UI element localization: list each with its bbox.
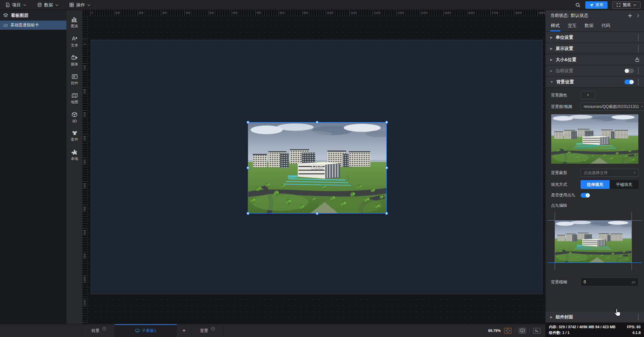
fill-tile-option[interactable]: 平铺填充 xyxy=(610,180,639,189)
ninepatch-guide-bottom[interactable] xyxy=(548,262,642,263)
resize-handle-sw[interactable] xyxy=(246,212,250,215)
lock-icon[interactable] xyxy=(635,57,639,62)
border-toggle[interactable] xyxy=(624,68,634,73)
resize-handle-s[interactable] xyxy=(316,212,319,215)
background-blur-input[interactable]: 0 px xyxy=(581,278,639,286)
ruler-left-label: 1000 xyxy=(83,275,86,285)
ninepatch-toggle[interactable] xyxy=(581,193,590,198)
chevron-right-icon[interactable] xyxy=(637,14,639,18)
add-background-icon[interactable]: + xyxy=(211,327,215,331)
background-media-select[interactable]: resources/QQ截图2023121311 ˅ xyxy=(581,103,644,111)
tool-local[interactable]: 本地 xyxy=(66,149,83,161)
control-panel-icon xyxy=(71,74,78,79)
tool-3d[interactable]: 3D xyxy=(66,112,83,123)
indicator-card-icon: 123 xyxy=(3,24,8,27)
tab-data[interactable]: 数据 xyxy=(585,23,593,31)
background-crop-select[interactable]: 点击选择文件 ˅ xyxy=(581,169,639,177)
tool-map[interactable]: 地图 xyxy=(66,93,83,105)
ninepatch-guide-left[interactable] xyxy=(555,212,555,270)
editor-canvas[interactable]: 0100200300400500600700800900100011001200… xyxy=(83,10,545,324)
ruler-left-label: 600 xyxy=(83,180,86,191)
ruler-top-label: 500 xyxy=(209,11,214,15)
tab-style[interactable]: 样式 xyxy=(551,23,560,31)
resize-handle-nw[interactable] xyxy=(246,121,250,124)
keyboard-icon xyxy=(520,329,525,332)
layers-panel: 看板图层 123 基础普通指标卡 xyxy=(0,10,66,324)
ninepatch-toggle-label: 是否使用点九 xyxy=(551,192,581,198)
ruler-top-label: 1800 xyxy=(515,11,522,15)
resize-handle-se[interactable] xyxy=(385,212,388,215)
tab-interaction[interactable]: 交互 xyxy=(568,23,577,31)
section-size-position[interactable]: ▶ 大小&位置 xyxy=(546,54,644,65)
inspector-panel: 当前状态: 默认状态 样式 交互 数据 代码 ▶ 单位设置 ▶ 展示设置 ▶ 大… xyxy=(545,10,644,337)
indicator-value: 100 xyxy=(248,164,386,171)
add-state-icon[interactable] xyxy=(628,13,632,18)
background-media-label: 背景图/视频 xyxy=(551,104,581,110)
ninepatch-guide-top[interactable] xyxy=(548,220,642,221)
text-icon xyxy=(71,36,78,41)
search-icon[interactable] xyxy=(575,2,581,8)
database-icon xyxy=(37,3,42,7)
tool-charts[interactable]: 图表 xyxy=(66,16,83,29)
ruler-top-label: 900 xyxy=(303,11,308,15)
menu-operations-label: 操作 xyxy=(76,2,85,8)
chevron-down-icon xyxy=(55,4,58,6)
tool-text[interactable]: 文本 xyxy=(66,36,83,48)
components-count-label: 组件数: xyxy=(549,331,561,335)
selected-component[interactable]: 100 xyxy=(248,122,387,214)
section-background-settings[interactable]: ▼ 背景设置 xyxy=(546,77,644,88)
tool-label: 图表 xyxy=(71,24,78,29)
bar-chart-icon xyxy=(71,16,78,22)
section-unit-settings[interactable]: ▶ 单位设置 xyxy=(546,32,644,43)
tool-controls[interactable]: 控件 xyxy=(66,74,83,86)
memory-label: 内存: xyxy=(549,325,558,329)
ruler-top-label: 200 xyxy=(139,11,144,15)
shortcuts-button[interactable] xyxy=(519,328,526,334)
add-dashboard-button[interactable]: + xyxy=(177,324,191,337)
resize-handle-n[interactable] xyxy=(316,121,319,124)
menu-operations[interactable]: 操作 xyxy=(64,0,96,10)
add-foreground-icon[interactable]: + xyxy=(103,327,106,331)
kebab-menu-icon[interactable] xyxy=(637,78,639,86)
menu-project[interactable]: 项目 xyxy=(0,0,32,10)
kebab-menu-icon[interactable] xyxy=(637,313,639,321)
tab-code[interactable]: 代码 xyxy=(602,23,610,31)
puzzle-icon xyxy=(71,149,78,155)
publish-button[interactable]: 发布 xyxy=(585,1,608,9)
ruler-top-label: 1100 xyxy=(350,11,357,15)
tool-kits[interactable]: 套件 xyxy=(66,130,83,142)
background-color-picker[interactable]: ▼ xyxy=(581,91,595,99)
preview-button[interactable]: 预览 xyxy=(612,1,641,9)
ruler-left-label: 500 xyxy=(83,157,86,167)
fit-arrows-icon xyxy=(506,329,510,333)
ruler-top-label: 1700 xyxy=(491,11,498,15)
menu-data[interactable]: 数据 xyxy=(32,0,64,10)
tool-media[interactable]: 媒体 xyxy=(66,55,83,67)
fill-stretch-option[interactable]: 拉伸填充 xyxy=(581,180,610,189)
kebab-menu-icon[interactable] xyxy=(637,34,639,41)
tab-background[interactable]: 背景 + xyxy=(191,324,223,337)
fit-to-screen-button[interactable] xyxy=(504,328,511,334)
tab-foreground[interactable]: 前景 + xyxy=(83,324,115,337)
section-display-settings[interactable]: ▶ 展示设置 xyxy=(546,43,644,54)
section-border-settings[interactable]: ▶ 边框设置 xyxy=(546,65,644,77)
console-button[interactable] xyxy=(533,328,540,334)
ninepatch-guide-right[interactable] xyxy=(632,212,632,270)
background-crop-placeholder: 点击选择文件 xyxy=(584,170,632,176)
fps-value: 60 xyxy=(637,325,641,329)
kebab-menu-icon[interactable] xyxy=(637,45,639,52)
section-title: 展示设置 xyxy=(556,46,573,52)
zoom-level[interactable]: 69.79% xyxy=(488,329,501,333)
menu-project-label: 项目 xyxy=(12,2,21,8)
preview-label: 预览 xyxy=(623,2,631,8)
top-menu-bar: 项目 数据 操作 发布 预览 xyxy=(0,0,644,10)
tab-sub-dashboard[interactable]: 子看板1 xyxy=(115,324,177,337)
section-component-cover[interactable]: ▶ 组件封面 xyxy=(546,312,644,323)
resize-handle-ne[interactable] xyxy=(385,121,388,124)
background-crop-row: 背景裁剪 点击选择文件 ˅ xyxy=(546,169,644,177)
ninepatch-editor[interactable] xyxy=(548,212,642,270)
kebab-menu-icon[interactable] xyxy=(637,67,639,75)
background-toggle[interactable] xyxy=(624,80,634,84)
campus-ninepatch-image xyxy=(555,220,632,262)
layer-item-indicator-card[interactable]: 123 基础普通指标卡 xyxy=(0,21,66,30)
